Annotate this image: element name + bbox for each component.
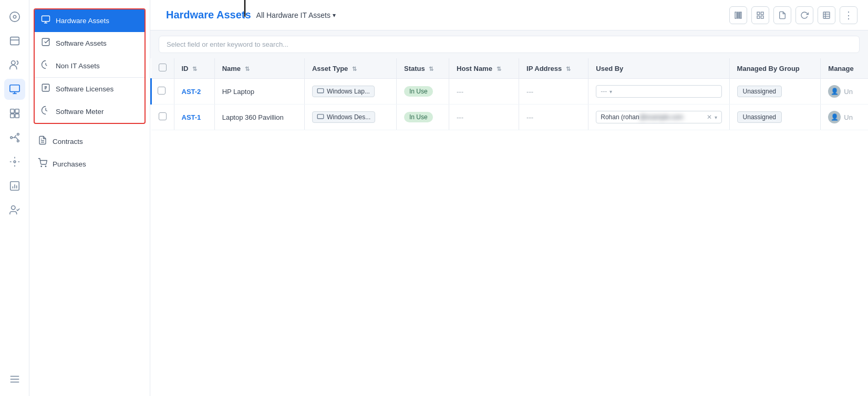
sidebar-item-contracts[interactable]: Contracts: [29, 130, 150, 153]
view-filter-dropdown[interactable]: All Hardware IT Assets ▾: [256, 11, 336, 19]
ip-sort-icon[interactable]: ⇅: [566, 66, 571, 72]
row1-ip: ---: [519, 79, 588, 105]
svg-rect-37: [739, 12, 740, 18]
row2-used-by-chevron[interactable]: ▾: [715, 114, 717, 120]
list-view-btn[interactable]: [818, 6, 835, 24]
svg-point-14: [17, 140, 19, 142]
svg-point-20: [11, 206, 15, 210]
nav-reports[interactable]: [4, 175, 25, 196]
row1-used-by-value: ---: [601, 88, 607, 95]
row2-id[interactable]: AST-1: [174, 105, 214, 130]
svg-rect-39: [757, 12, 760, 15]
sidebar-item-non-it-assets[interactable]: Non IT Assets: [35, 55, 144, 77]
more-options-btn[interactable]: ⋮: [840, 6, 857, 24]
row2-used-by-select[interactable]: Rohan (rohan@example.com ✕ ▾: [596, 111, 721, 123]
svg-rect-38: [740, 12, 741, 18]
refresh-btn[interactable]: [795, 6, 813, 24]
contracts-icon: [38, 136, 47, 148]
row2-asset-type: Windows Des...: [304, 105, 396, 130]
sidebar-item-software-assets[interactable]: Software Assets: [35, 32, 144, 55]
row2-name: Laptop 360 Pavillion: [214, 105, 304, 130]
svg-rect-47: [317, 89, 324, 93]
search-bar[interactable]: Select field or enter keyword to search.…: [159, 36, 860, 53]
svg-point-0: [9, 12, 19, 22]
row2-hostname: ---: [449, 105, 519, 130]
nav-menu[interactable]: [4, 369, 25, 390]
col-managed-by-group: Managed By Group: [729, 58, 821, 79]
table-row: AST-2 HP Laptop Windows Lap... In Use --…: [151, 79, 869, 105]
nav-workflows[interactable]: [4, 127, 25, 148]
nav-person-check[interactable]: [4, 200, 25, 221]
nav-insights[interactable]: [4, 151, 25, 172]
row1-checkbox-cell[interactable]: [151, 79, 174, 105]
svg-rect-5: [9, 85, 19, 92]
row1-used-by[interactable]: --- ▾: [588, 79, 729, 105]
ellipsis-icon: ⋮: [844, 9, 853, 21]
sidebar-software-assets-label: Software Assets: [56, 39, 107, 47]
nav-inbox[interactable]: [4, 30, 25, 51]
sidebar-item-software-licenses[interactable]: Software Licenses: [35, 77, 144, 100]
row2-managed-by-val: Un: [844, 113, 853, 121]
name-sort-icon[interactable]: ⇅: [245, 66, 250, 72]
col-id: ID ⇅: [174, 58, 214, 79]
row1-id[interactable]: AST-2: [174, 79, 214, 105]
svg-rect-48: [317, 114, 324, 119]
select-all-header[interactable]: [151, 58, 174, 79]
svg-point-4: [11, 61, 15, 65]
id-sort-icon[interactable]: ⇅: [192, 66, 197, 72]
row2-checkbox[interactable]: [159, 112, 167, 120]
sidebar-contracts-label: Contracts: [53, 138, 83, 145]
row1-type-badge: Windows Lap...: [312, 86, 375, 97]
purchases-icon: [38, 158, 47, 170]
nav-assets[interactable]: [4, 79, 25, 100]
row1-managed-group-badge: Unassigned: [737, 86, 782, 97]
svg-rect-43: [823, 12, 830, 18]
sidebar-item-software-meter[interactable]: Software Meter: [35, 100, 144, 123]
col-used-by: Used By: [588, 58, 729, 79]
nav-users[interactable]: [4, 55, 25, 76]
type-sort-icon[interactable]: ⇅: [352, 66, 357, 72]
col-hostname: Host Name ⇅: [449, 58, 519, 79]
row1-status-badge: In Use: [404, 86, 433, 97]
row1-checkbox[interactable]: [158, 87, 166, 95]
row1-managed-group: Unassigned: [729, 79, 821, 105]
status-sort-icon[interactable]: ⇅: [429, 66, 433, 72]
main-content: Hardware Assets All Hardware IT Assets ▾: [150, 0, 868, 396]
row2-status: In Use: [396, 105, 449, 130]
row1-used-by-chevron[interactable]: ▾: [609, 89, 612, 95]
page-title: Hardware Assets: [166, 9, 251, 21]
row1-asset-type: Windows Lap...: [304, 79, 396, 105]
row2-checkbox-cell[interactable]: [151, 105, 174, 130]
nav-dashboard[interactable]: [4, 6, 25, 27]
svg-rect-35: [735, 12, 737, 18]
row2-managed-group-badge: Unassigned: [737, 111, 782, 123]
sidebar-item-hardware-assets[interactable]: Hardware Assets: [35, 9, 144, 32]
svg-rect-40: [761, 12, 763, 15]
select-all-checkbox[interactable]: [159, 64, 167, 71]
row1-avatar: 👤: [828, 85, 841, 98]
page-header: Hardware Assets All Hardware IT Assets ▾: [150, 0, 868, 30]
export-btn[interactable]: [773, 6, 791, 24]
svg-rect-36: [738, 12, 738, 18]
row1-used-by-select[interactable]: --- ▾: [596, 85, 721, 98]
sidebar: Hardware Assets Software Assets Non IT A…: [29, 0, 150, 396]
hostname-sort-icon[interactable]: ⇅: [497, 66, 501, 72]
sidebar-software-licenses-label: Software Licenses: [56, 85, 113, 93]
sidebar-software-meter-label: Software Meter: [56, 108, 104, 116]
col-managed-by: Manage: [821, 58, 868, 79]
nav-groups[interactable]: [4, 103, 25, 124]
header-actions: ⋮: [729, 6, 857, 24]
sidebar-hardware-assets-label: Hardware Assets: [56, 17, 109, 25]
header-left: Hardware Assets All Hardware IT Assets ▾: [161, 9, 336, 21]
col-ip: IP Address ⇅: [519, 58, 588, 79]
barcode-view-btn[interactable]: [729, 6, 747, 24]
assets-table-container: ID ⇅ Name ⇅ Asset Type ⇅ Status ⇅ Host N…: [150, 58, 868, 396]
svg-rect-24: [42, 16, 50, 22]
row1-hostname: ---: [449, 79, 519, 105]
row1-managed-by-val: Un: [844, 88, 853, 96]
row2-avatar: 👤: [828, 111, 841, 123]
row2-clear-icon[interactable]: ✕: [707, 113, 712, 121]
row2-used-by[interactable]: Rohan (rohan@example.com ✕ ▾: [588, 105, 729, 130]
sidebar-item-purchases[interactable]: Purchases: [29, 153, 150, 175]
grid-view-btn[interactable]: [751, 6, 769, 24]
